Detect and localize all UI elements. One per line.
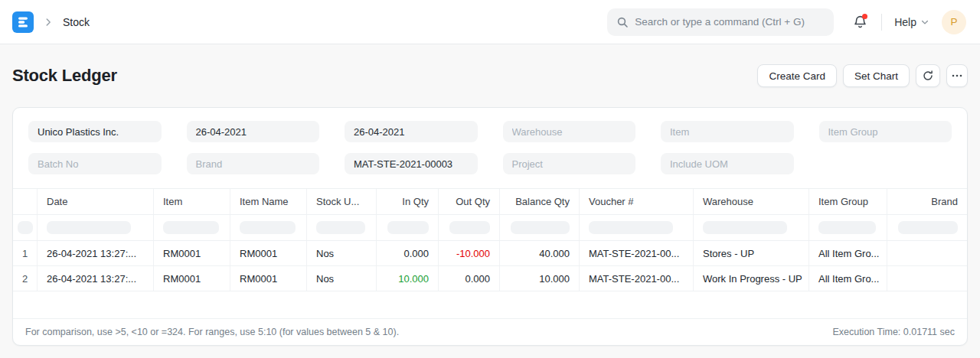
column-header-balance-qty[interactable]: Balance Qty — [500, 189, 580, 214]
column-filter-input[interactable] — [387, 221, 429, 234]
cell-stock-u: Nos — [307, 266, 377, 291]
create-card-button[interactable]: Create Card — [757, 64, 837, 87]
column-header-in-qty[interactable]: In Qty — [377, 189, 439, 214]
table-header-row: DateItemItem NameStock U...In QtyOut Qty… — [13, 189, 967, 215]
cell-date: 26-04-2021 13:27:... — [38, 266, 154, 291]
column-filter-cell — [377, 215, 439, 240]
item-group-filter[interactable] — [819, 121, 952, 142]
column-filter-input[interactable] — [511, 221, 570, 234]
report-card: DateItemItem NameStock U...In QtyOut Qty… — [12, 107, 968, 346]
cell-item-group: All Item Gro... — [809, 241, 887, 265]
cell-warehouse: Stores - UP — [694, 241, 809, 265]
column-filter-input[interactable] — [898, 221, 958, 234]
column-filter-cell — [580, 215, 694, 240]
company-filter[interactable] — [28, 121, 162, 142]
help-label: Help — [894, 16, 916, 28]
refresh-button[interactable] — [916, 64, 940, 87]
batch-no-filter[interactable] — [28, 153, 162, 174]
search-input[interactable] — [635, 16, 825, 28]
column-header-voucher[interactable]: Voucher # — [580, 189, 694, 214]
ellipsis-icon — [951, 70, 963, 82]
column-filter-cell — [887, 215, 967, 240]
page-title: Stock Ledger — [12, 66, 117, 86]
column-filter-cell — [13, 215, 38, 240]
filter-hint-text: For comparison, use >5, <10 or =324. For… — [25, 327, 399, 337]
column-header-brand[interactable]: Brand — [887, 189, 967, 214]
cell-brand — [887, 266, 967, 291]
page-actions: Create Card Set Chart — [757, 64, 968, 87]
column-filter-input[interactable] — [589, 221, 673, 234]
cell-item-group: All Item Gro... — [809, 266, 887, 291]
column-filter-input[interactable] — [240, 221, 296, 234]
column-header-item-group[interactable]: Item Group — [809, 189, 887, 214]
execution-time: Execution Time: 0.01711 sec — [832, 327, 955, 337]
avatar-initial: P — [950, 16, 957, 28]
column-header-item[interactable]: Item — [154, 189, 230, 214]
cell-stock-u: Nos — [307, 241, 377, 265]
table-body: 126-04-2021 13:27:...RM0001RM0001Nos0.00… — [13, 241, 967, 291]
column-filter-input[interactable] — [47, 221, 131, 234]
column-filter-cell — [694, 215, 809, 240]
to-date-filter[interactable] — [345, 121, 478, 142]
breadcrumb: Stock — [12, 11, 90, 33]
table-row[interactable]: 126-04-2021 13:27:...RM0001RM0001Nos0.00… — [13, 241, 967, 266]
user-avatar[interactable]: P — [942, 10, 966, 34]
app-logo[interactable] — [12, 11, 34, 33]
refresh-icon — [922, 70, 934, 82]
column-filter-cell — [154, 215, 230, 240]
column-header-index[interactable] — [13, 189, 38, 214]
column-header-warehouse[interactable]: Warehouse — [694, 189, 809, 214]
from-date-filter[interactable] — [187, 121, 320, 142]
chevron-down-icon — [920, 18, 929, 27]
table-filter-row — [13, 215, 967, 241]
column-filter-cell — [809, 215, 887, 240]
cell-voucher: MAT-STE-2021-00... — [580, 241, 694, 265]
cell-voucher: MAT-STE-2021-00... — [580, 266, 694, 291]
cell-balance-qty: 10.000 — [500, 266, 580, 291]
column-header-item-name[interactable]: Item Name — [230, 189, 307, 214]
column-filter-cell — [307, 215, 377, 240]
project-filter[interactable] — [503, 153, 636, 174]
menu-button[interactable] — [946, 64, 968, 87]
cell-warehouse: Work In Progress - UP — [694, 266, 809, 291]
include-uom-filter[interactable] — [661, 153, 794, 174]
column-filter-cell — [500, 215, 580, 240]
stock-ledger-table: DateItemItem NameStock U...In QtyOut Qty… — [13, 189, 967, 291]
cell-item-name: RM0001 — [230, 266, 307, 291]
page-head: Stock Ledger Create Card Set Chart — [0, 44, 980, 107]
navbar: Stock Help P — [0, 0, 980, 44]
column-filter-input[interactable] — [703, 221, 787, 234]
column-filter-cell — [439, 215, 500, 240]
column-filter-input[interactable] — [316, 221, 365, 234]
cell-in-qty: 10.000 — [377, 266, 439, 291]
search-icon — [616, 16, 629, 28]
row-index: 2 — [13, 266, 38, 291]
item-filter[interactable] — [661, 121, 794, 142]
column-filter-input[interactable] — [818, 221, 876, 234]
notifications-button[interactable] — [851, 13, 869, 31]
column-filter-cell — [230, 215, 307, 240]
cell-balance-qty: 40.000 — [500, 241, 580, 265]
set-chart-button[interactable]: Set Chart — [843, 64, 910, 87]
column-header-date[interactable]: Date — [38, 189, 154, 214]
column-filter-input[interactable] — [449, 221, 490, 234]
cell-brand — [887, 241, 967, 265]
help-menu[interactable]: Help — [894, 16, 929, 28]
brand-filter[interactable] — [187, 153, 320, 174]
breadcrumb-stock[interactable]: Stock — [63, 16, 90, 28]
global-search[interactable] — [607, 8, 834, 36]
navbar-right: Help P — [851, 10, 966, 34]
table-row[interactable]: 226-04-2021 13:27:...RM0001RM0001Nos10.0… — [13, 266, 967, 291]
cell-item: RM0001 — [154, 266, 230, 291]
column-header-stock-u[interactable]: Stock U... — [307, 189, 377, 214]
navbar-divider — [881, 14, 882, 31]
column-filter-input[interactable] — [163, 221, 219, 234]
notification-dot-icon — [862, 14, 867, 19]
column-header-out-qty[interactable]: Out Qty — [439, 189, 500, 214]
voucher-no-filter[interactable] — [345, 153, 478, 174]
warehouse-filter[interactable] — [503, 121, 636, 142]
column-filter-input[interactable] — [18, 221, 33, 234]
cell-date: 26-04-2021 13:27:... — [38, 241, 154, 265]
row-index: 1 — [13, 241, 38, 265]
cell-item-name: RM0001 — [230, 241, 307, 265]
